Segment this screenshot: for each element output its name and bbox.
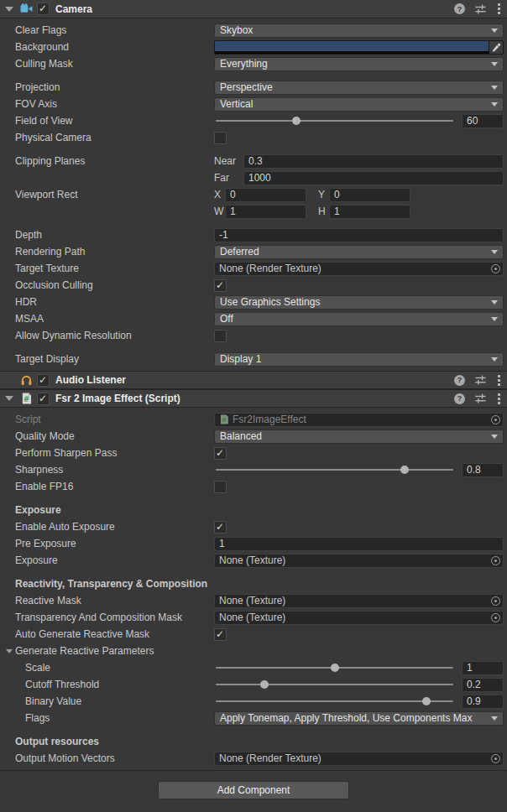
control-zone: None (Render Texture): [214, 262, 504, 276]
dropdown-skybox[interactable]: Skybox: [214, 23, 504, 38]
checkbox-checked[interactable]: [214, 521, 227, 534]
object-picker-icon[interactable]: [491, 596, 500, 606]
text-input[interactable]: 0.3: [243, 154, 504, 169]
dropdown-value: Vertical: [220, 98, 491, 110]
slider-value-input[interactable]: 0.2: [462, 678, 504, 692]
object-picker-icon[interactable]: [491, 415, 500, 424]
slider-value-input[interactable]: 1: [462, 661, 504, 675]
dropdown-value: Use Graphics Settings: [220, 296, 491, 308]
object-field[interactable]: None (Texture): [214, 611, 504, 625]
slider-value-input[interactable]: 60: [462, 114, 504, 128]
object-field[interactable]: #Fsr2ImageEffect: [214, 413, 504, 427]
foldout-arrow-icon[interactable]: [3, 649, 15, 653]
text-input[interactable]: 1: [214, 537, 504, 551]
foldout-arrow-icon[interactable]: [3, 396, 15, 401]
checkbox-unchecked[interactable]: [214, 132, 227, 144]
object-field[interactable]: None (Texture): [214, 554, 504, 568]
checkbox-unchecked[interactable]: [214, 481, 227, 493]
object-field-value: None (Render Texture): [219, 263, 321, 274]
slider-handle[interactable]: [422, 697, 431, 705]
slider-track-area[interactable]: [214, 463, 455, 476]
eyedropper-icon[interactable]: [489, 41, 503, 54]
slider-handle[interactable]: [400, 466, 409, 474]
checkbox-checked[interactable]: [214, 628, 227, 641]
slider-handle[interactable]: [260, 680, 269, 689]
help-icon[interactable]: [454, 375, 465, 386]
field-label: Clear Flags: [15, 24, 214, 36]
slider-value-input[interactable]: 0.9: [462, 695, 504, 709]
text-input-value: 1000: [248, 172, 271, 184]
slider-track-area[interactable]: [214, 114, 455, 128]
object-field[interactable]: None (Render Texture): [214, 752, 504, 766]
checkbox-checked[interactable]: [214, 447, 227, 460]
text-input-value: 1: [230, 206, 236, 217]
object-picker-icon[interactable]: [491, 613, 500, 622]
object-picker-icon[interactable]: [491, 754, 500, 763]
help-icon[interactable]: [454, 393, 465, 404]
dropdown-use-graphics-settings[interactable]: Use Graphics Settings: [214, 295, 504, 310]
dropdown-vertical[interactable]: Vertical: [214, 97, 504, 112]
presets-icon[interactable]: [474, 393, 487, 404]
object-picker-icon[interactable]: [491, 264, 500, 273]
field-label: Viewport Rect: [15, 189, 214, 200]
object-field[interactable]: None (Render Texture): [214, 262, 504, 276]
add-component-button[interactable]: Add Component: [158, 781, 349, 799]
slider-track: [216, 700, 453, 702]
vector-component-label: X: [214, 189, 225, 200]
text-input[interactable]: -1: [214, 228, 504, 242]
component-enabled-checkbox[interactable]: [37, 3, 50, 15]
object-field[interactable]: None (Texture): [214, 594, 504, 608]
row-spacer: [0, 495, 507, 502]
row-far: Far1000: [0, 169, 507, 186]
dropdown-deferred[interactable]: Deferred: [214, 245, 504, 259]
dropdown-balanced[interactable]: Balanced: [214, 429, 504, 444]
script-icon: #: [219, 414, 229, 424]
kebab-menu-icon[interactable]: [496, 393, 502, 405]
component-enabled-checkbox[interactable]: [37, 393, 50, 405]
slider-track-area[interactable]: [214, 661, 455, 674]
foldout-generate-reactive-parameters[interactable]: Generate Reactive Parameters: [0, 643, 507, 659]
row-reactive-mask: Reactive MaskNone (Texture): [0, 592, 507, 609]
slider-value-input[interactable]: 0.8: [462, 463, 504, 477]
slider-value-text: 0.2: [467, 679, 481, 690]
object-picker-icon[interactable]: [491, 556, 500, 565]
field-label: Reactive Mask: [15, 595, 214, 606]
text-input[interactable]: 0: [329, 188, 410, 202]
dropdown-display-1[interactable]: Display 1: [214, 352, 504, 367]
checkbox-checked[interactable]: [214, 279, 227, 292]
slider-handle[interactable]: [331, 664, 339, 672]
text-input[interactable]: 1: [225, 205, 306, 219]
component-body-fsr-2-image-effect-script: Script#Fsr2ImageEffectQuality ModeBalanc…: [0, 408, 507, 770]
control-zone: [214, 628, 504, 641]
text-input[interactable]: 1000: [243, 171, 504, 185]
control-zone: W1H1: [214, 205, 504, 219]
slider-track-area[interactable]: [214, 678, 455, 691]
slider-control: 0.2: [214, 678, 504, 692]
camera-icon: [19, 3, 33, 16]
foldout-arrow-icon[interactable]: [3, 7, 15, 12]
color-swatch[interactable]: [214, 40, 504, 55]
dropdown-off[interactable]: Off: [214, 312, 504, 326]
presets-icon[interactable]: [474, 3, 487, 15]
dropdown-everything[interactable]: Everything: [214, 57, 504, 71]
svg-text:#: #: [23, 395, 29, 403]
help-icon[interactable]: [454, 3, 465, 14]
control-zone: [214, 132, 504, 144]
control-zone: Perspective: [214, 81, 504, 95]
component-enabled-checkbox[interactable]: [37, 374, 50, 387]
text-input[interactable]: 0: [225, 188, 306, 202]
slider-track-area[interactable]: [214, 695, 455, 708]
kebab-menu-icon[interactable]: [496, 374, 502, 387]
headphones-icon: [19, 373, 33, 387]
object-field-value: None (Texture): [219, 612, 285, 623]
slider-handle[interactable]: [292, 117, 301, 125]
kebab-menu-icon[interactable]: [496, 3, 502, 15]
slider-control: 1: [214, 661, 504, 675]
field-label: Enable FP16: [15, 481, 214, 492]
checkbox-unchecked[interactable]: [214, 330, 227, 342]
row-sharpness: Sharpness0.8: [0, 461, 507, 478]
presets-icon[interactable]: [474, 374, 487, 386]
text-input[interactable]: 1: [329, 205, 410, 219]
dropdown-apply-tonemap-apply-threshold-use-components-max[interactable]: Apply Tonemap, Apply Threshold, Use Comp…: [214, 711, 504, 726]
dropdown-perspective[interactable]: Perspective: [214, 81, 504, 95]
